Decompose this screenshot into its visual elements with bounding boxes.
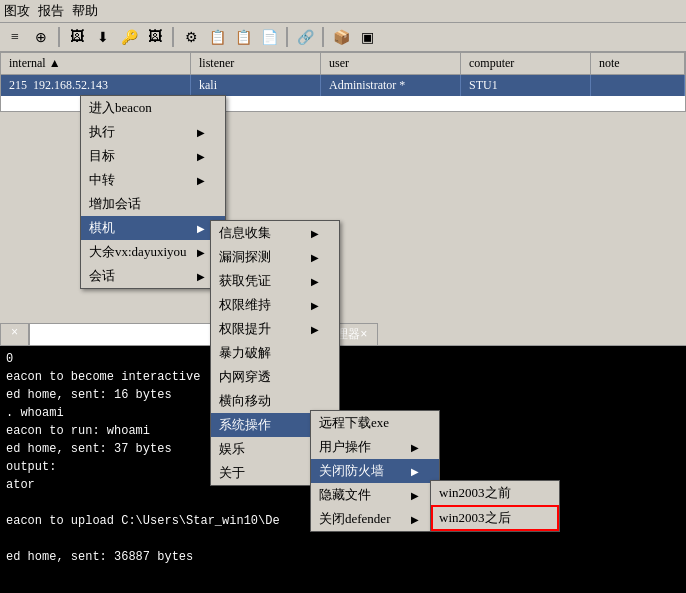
- row-listener: kali: [191, 75, 321, 96]
- settings-icon[interactable]: ⚙: [180, 26, 202, 48]
- copy-icon[interactable]: 📋: [206, 26, 228, 48]
- col-internal[interactable]: internal ▲: [1, 53, 191, 74]
- separator-3: [286, 27, 288, 47]
- menu-dayuxi[interactable]: 大余vx:dayuxiyou▶: [81, 240, 225, 264]
- menu-remote-dl[interactable]: 远程下载exe: [311, 411, 439, 435]
- menu-win2003-before[interactable]: win2003之前: [431, 481, 559, 505]
- image-icon[interactable]: 🖼: [66, 26, 88, 48]
- box-icon[interactable]: ▣: [356, 26, 378, 48]
- separator-4: [322, 27, 324, 47]
- doc-icon[interactable]: 📄: [258, 26, 280, 48]
- menu-enter-beacon[interactable]: 进入beacon: [81, 96, 225, 120]
- menu-priv-maintain[interactable]: 权限维持▶: [211, 293, 339, 317]
- col-note[interactable]: note: [591, 53, 685, 74]
- row-id-internal: 215 192.168.52.143: [1, 75, 191, 96]
- terminal-line: eacon to become interactive: [6, 368, 680, 386]
- menu-jiji[interactable]: 棋机▶: [81, 216, 225, 240]
- link-icon[interactable]: 🔗: [294, 26, 316, 48]
- row-computer: STU1: [461, 75, 591, 96]
- toolbar: ≡ ⊕ 🖼 ⬇ 🔑 🖼 ⚙ 📋 📋 📄 🔗 📦 ▣: [0, 23, 686, 52]
- clipboard-icon[interactable]: 📋: [232, 26, 254, 48]
- context-menu-primary: 进入beacon 执行▶ 目标▶ 中转▶ 增加会话 棋机▶ 大余vx:dayux…: [80, 95, 226, 289]
- menu-target[interactable]: 目标▶: [81, 144, 225, 168]
- row-user: Administrator *: [321, 75, 461, 96]
- menu-brute-force[interactable]: 暴力破解: [211, 341, 339, 365]
- menu-user-ops[interactable]: 用户操作▶: [311, 435, 439, 459]
- bottom-tabs: × Beacon 192.168.52.143@35 管理器× 脚本管理器×: [0, 323, 686, 346]
- col-listener[interactable]: listener: [191, 53, 321, 74]
- menu-tuangong[interactable]: 图攻: [4, 2, 30, 20]
- tab-beacon[interactable]: Beacon 192.168.52.143@35: [29, 323, 224, 345]
- menu-icon[interactable]: ≡: [4, 26, 26, 48]
- menu-close-defender[interactable]: 关闭defender▶: [311, 507, 439, 531]
- add-icon[interactable]: ⊕: [30, 26, 52, 48]
- menu-win2003-after[interactable]: win2003之后: [431, 505, 559, 531]
- menu-session[interactable]: 会话▶: [81, 264, 225, 288]
- context-menu-sysops: 远程下载exe 用户操作▶ 关闭防火墙▶ 隐藏文件▶ 关闭defender▶: [310, 410, 440, 532]
- row-note: [591, 75, 685, 96]
- tab-close[interactable]: ×: [0, 323, 29, 345]
- terminal-line: ed home, sent: 16 bytes: [6, 386, 680, 404]
- table-header: internal ▲ listener user computer note: [1, 53, 685, 75]
- menu-intranet[interactable]: 内网穿透: [211, 365, 339, 389]
- context-menu-firewall: win2003之前 win2003之后: [430, 480, 560, 532]
- terminal-line: [6, 530, 680, 548]
- terminal-line: 0: [6, 350, 680, 368]
- menu-hide-file[interactable]: 隐藏文件▶: [311, 483, 439, 507]
- package-icon[interactable]: 📦: [330, 26, 352, 48]
- menu-bangzhu[interactable]: 帮助: [72, 2, 98, 20]
- download-icon[interactable]: ⬇: [92, 26, 114, 48]
- menu-vuln-detect[interactable]: 漏洞探测▶: [211, 245, 339, 269]
- menu-priv-escalate[interactable]: 权限提升▶: [211, 317, 339, 341]
- separator-2: [172, 27, 174, 47]
- menu-close-firewall[interactable]: 关闭防火墙▶: [311, 459, 439, 483]
- menu-add-session[interactable]: 增加会话: [81, 192, 225, 216]
- menu-get-cred[interactable]: 获取凭证▶: [211, 269, 339, 293]
- separator-1: [58, 27, 60, 47]
- table-row[interactable]: 215 192.168.52.143 kali Administrator * …: [1, 75, 685, 96]
- menu-relay[interactable]: 中转▶: [81, 168, 225, 192]
- terminal-line: ed home, sent: 36887 bytes: [6, 548, 680, 566]
- key-icon[interactable]: 🔑: [118, 26, 140, 48]
- menu-baogao[interactable]: 报告: [38, 2, 64, 20]
- menu-execute[interactable]: 执行▶: [81, 120, 225, 144]
- menu-info-collect[interactable]: 信息收集▶: [211, 221, 339, 245]
- col-computer[interactable]: computer: [461, 53, 591, 74]
- col-user[interactable]: user: [321, 53, 461, 74]
- image2-icon[interactable]: 🖼: [144, 26, 166, 48]
- menubar: 图攻 报告 帮助: [0, 0, 686, 23]
